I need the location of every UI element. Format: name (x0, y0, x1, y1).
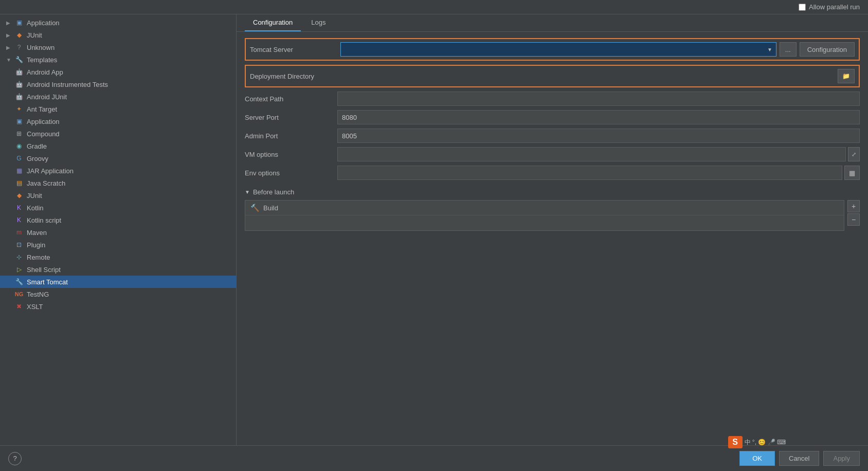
sidebar-item-plugin[interactable]: ⊡ Plugin (0, 239, 236, 251)
tab-configuration[interactable]: Configuration (245, 14, 301, 31)
before-launch-section: ▼ Before launch 🔨 Build + − (245, 188, 860, 231)
admin-port-label: Admin Port (245, 132, 337, 140)
sidebar-item-groovy[interactable]: G Groovy (0, 152, 236, 165)
junit-icon: ◆ (14, 191, 24, 200)
junit-icon: ◆ (14, 30, 24, 40)
tomcat-config-button[interactable]: Configuration (800, 42, 855, 57)
before-launch-arrow-icon: ▼ (245, 189, 250, 195)
sidebar-item-application-root[interactable]: ▶ ▣ Application (0, 16, 236, 29)
vm-options-label: VM options (245, 151, 337, 158)
sidebar-item-gradle[interactable]: ◉ Gradle (0, 140, 236, 152)
arrow-icon: ▶ (6, 32, 13, 38)
vm-options-row: VM options ⤢ (245, 147, 860, 161)
sidebar-item-label: Android App (27, 68, 63, 76)
deployment-directory-label: Deployment Directory (250, 73, 337, 80)
arrow-icon: ▼ (6, 57, 13, 63)
context-path-label: Context Path (245, 95, 337, 103)
before-launch-list: 🔨 Build (245, 200, 844, 231)
sidebar-item-android-instrumented[interactable]: 🤖 Android Instrumented Tests (0, 78, 236, 90)
apply-button[interactable]: Apply (823, 451, 860, 466)
sidebar-item-label: JUnit (27, 31, 42, 39)
sidebar-item-smart-tomcat[interactable]: 🔧 Smart Tomcat (0, 276, 236, 288)
sidebar-item-templates-root[interactable]: ▼ 🔧 Templates (0, 53, 236, 66)
sidebar-item-ant-target[interactable]: ✦ Ant Target (0, 103, 236, 115)
sidebar-item-label: Remote (27, 253, 50, 261)
sidebar-item-shell-script[interactable]: ▷ Shell Script (0, 263, 236, 276)
unknown-icon: ? (14, 43, 24, 52)
sidebar-item-label: Smart Tomcat (27, 278, 68, 286)
deployment-directory-input[interactable] (337, 69, 838, 83)
sidebar-item-label: TestNG (27, 291, 49, 298)
java-icon: ▤ (14, 178, 24, 188)
before-launch-header[interactable]: ▼ Before launch (245, 188, 860, 196)
tabs-bar: Configuration Logs (237, 14, 868, 32)
env-options-label: Env options (245, 169, 337, 177)
env-options-input[interactable] (337, 166, 842, 180)
server-port-row: Server Port (245, 110, 860, 124)
sidebar-item-label: Unknown (27, 44, 55, 51)
sidebar-item-junit-root[interactable]: ▶ ◆ JUnit (0, 29, 236, 41)
run-debug-config-dialog: Allow parallel run ▶ ▣ Application ▶ ◆ J… (0, 0, 868, 471)
sidebar-item-java-scratch[interactable]: ▤ Java Scratch (0, 177, 236, 189)
sidebar-item-application[interactable]: ▣ Application (0, 115, 236, 128)
sidebar-item-label: Android JUnit (27, 93, 67, 101)
main-content: ▶ ▣ Application ▶ ◆ JUnit ▶ ? Unknown ▼ … (0, 14, 868, 445)
allow-parallel-container: Allow parallel run (799, 3, 860, 11)
sidebar-item-label: Application (27, 19, 60, 27)
allow-parallel-label: Allow parallel run (809, 3, 860, 11)
sidebar-item-android-junit[interactable]: 🤖 Android JUnit (0, 90, 236, 103)
deployment-directory-row: Deployment Directory 📁 (245, 65, 860, 87)
sidebar-item-compound[interactable]: ⊞ Compound (0, 128, 236, 140)
sidebar-item-label: Kotlin (27, 204, 44, 212)
sidebar-item-label: Templates (27, 56, 57, 64)
action-buttons: OK Cancel Apply (739, 451, 860, 466)
allow-parallel-checkbox[interactable] (799, 4, 806, 11)
sidebar-item-xslt[interactable]: ✖ XSLT (0, 300, 236, 313)
sidebar-item-kotlin-script[interactable]: K Kotlin script (0, 214, 236, 226)
sidebar: ▶ ▣ Application ▶ ◆ JUnit ▶ ? Unknown ▼ … (0, 14, 237, 445)
watermark-text: 中 °, 😊 🎤 ⌨ (745, 438, 786, 447)
gradle-icon: ◉ (14, 141, 24, 151)
sidebar-item-maven[interactable]: m Maven (0, 226, 236, 239)
sidebar-item-label: Android Instrumented Tests (27, 81, 108, 88)
sidebar-item-remote[interactable]: ⊹ Remote (0, 251, 236, 263)
sidebar-item-label: Gradle (27, 142, 47, 150)
vm-options-input[interactable] (337, 147, 846, 161)
sidebar-item-android-app[interactable]: 🤖 Android App (0, 66, 236, 78)
sidebar-item-jar-app[interactable]: ▦ JAR Application (0, 165, 236, 177)
ok-button[interactable]: OK (739, 451, 775, 466)
before-launch-add-button[interactable]: + (847, 200, 860, 212)
sidebar-item-testng[interactable]: NG TestNG (0, 288, 236, 300)
plugin-icon: ⊡ (14, 240, 24, 249)
sidebar-item-label: Application (27, 118, 60, 125)
sidebar-item-kotlin[interactable]: K Kotlin (0, 202, 236, 214)
sidebar-item-unknown-root[interactable]: ▶ ? Unknown (0, 41, 236, 53)
config-area: Tomcat Server ▼ ... Configuration Deploy… (237, 32, 868, 445)
deployment-browse-button[interactable]: 📁 (838, 69, 855, 83)
groovy-icon: G (14, 154, 24, 163)
help-button[interactable]: ? (8, 452, 22, 465)
watermark-s-label: S (728, 436, 743, 448)
server-port-input[interactable] (337, 110, 860, 124)
sidebar-item-label: JUnit (27, 192, 42, 200)
sidebar-item-label: XSLT (27, 303, 43, 311)
admin-port-input[interactable] (337, 129, 860, 143)
sidebar-item-label: Kotlin script (27, 216, 61, 224)
tomcat-dots-button[interactable]: ... (780, 42, 797, 57)
remote-icon: ⊹ (14, 252, 24, 262)
sidebar-item-label: Maven (27, 229, 47, 237)
tomcat-server-select[interactable] (340, 42, 776, 57)
build-icon: 🔨 (250, 204, 259, 212)
cancel-button[interactable]: Cancel (779, 451, 819, 466)
env-options-edit-button[interactable]: ▦ (844, 166, 860, 180)
wrench-icon: 🔧 (14, 55, 24, 64)
vm-options-expand-button[interactable]: ⤢ (848, 147, 860, 161)
sidebar-item-junit[interactable]: ◆ JUnit (0, 189, 236, 202)
android-icon: 🤖 (14, 80, 24, 89)
sidebar-item-label: Compound (27, 130, 60, 138)
before-launch-remove-button[interactable]: − (847, 213, 860, 226)
context-path-input[interactable] (337, 92, 860, 106)
tab-logs[interactable]: Logs (303, 14, 334, 31)
xslt-icon: ✖ (14, 302, 24, 311)
watermark: S 中 °, 😊 🎤 ⌨ (728, 436, 786, 448)
